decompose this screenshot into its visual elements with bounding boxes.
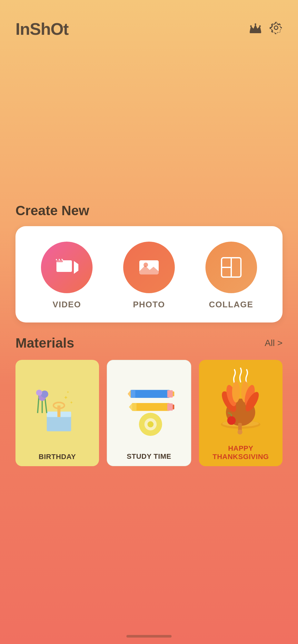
svg-marker-31 [128, 390, 131, 398]
home-indicator [126, 635, 172, 638]
video-icon [54, 255, 80, 280]
hero-area [0, 48, 298, 203]
material-card-thanksgiving[interactable]: HAPPY THANKSGIVING [199, 360, 283, 466]
study-illustration [107, 368, 191, 448]
materials-header: Materials All > [15, 335, 283, 351]
svg-rect-38 [167, 403, 173, 411]
all-materials-link[interactable]: All > [265, 338, 283, 348]
collage-icon [218, 255, 244, 280]
svg-point-1 [255, 23, 256, 25]
svg-rect-18 [57, 406, 60, 417]
material-card-study[interactable]: STUDY TIME [107, 360, 191, 466]
photo-label: PHOTO [133, 300, 165, 310]
svg-rect-29 [131, 390, 170, 398]
svg-point-59 [238, 430, 243, 435]
collage-label: COLLAGE [209, 300, 253, 310]
svg-point-56 [227, 416, 236, 425]
thanksgiving-label: HAPPY THANKSGIVING [199, 440, 283, 466]
svg-point-24 [41, 390, 48, 398]
svg-rect-34 [132, 403, 170, 411]
birthday-label: BIRTHDAY [15, 449, 99, 466]
svg-text:✦: ✦ [69, 400, 73, 405]
svg-point-2 [250, 25, 252, 27]
thanksgiving-svg [213, 365, 268, 436]
create-new-title: Create New [15, 203, 283, 218]
collage-icon-circle [205, 242, 257, 293]
svg-line-8 [59, 259, 60, 260]
app-logo: InShOt [15, 19, 68, 39]
study-time-label: STUDY TIME [107, 448, 191, 466]
video-label: VIDEO [53, 300, 81, 310]
svg-marker-36 [129, 403, 132, 411]
svg-rect-37 [132, 403, 136, 411]
create-new-card: VIDEO PHOTO COLLAGE [15, 226, 283, 322]
materials-title: Materials [15, 335, 74, 351]
birthday-illustration: ✦ ✦ ✦ [15, 368, 99, 449]
materials-section: Materials All > [0, 335, 298, 466]
svg-point-3 [259, 25, 261, 27]
svg-point-41 [147, 421, 154, 428]
header-icons [249, 21, 283, 37]
create-video-item[interactable]: VIDEO [41, 242, 93, 310]
create-collage-item[interactable]: COLLAGE [205, 242, 257, 310]
material-card-birthday[interactable]: ✦ ✦ ✦ BIRTHDAY [15, 360, 99, 466]
svg-text:✦: ✦ [64, 395, 68, 401]
create-new-section: Create New VIDEO [0, 203, 298, 322]
svg-line-9 [62, 259, 63, 260]
settings-icon[interactable] [270, 21, 283, 37]
svg-marker-5 [74, 261, 78, 274]
svg-rect-32 [131, 390, 135, 398]
svg-rect-6 [56, 260, 63, 262]
photo-icon-circle [123, 242, 175, 293]
svg-rect-0 [250, 32, 261, 33]
svg-rect-33 [167, 390, 173, 398]
video-icon-circle [41, 242, 93, 293]
header: InShOt [0, 0, 298, 48]
birthday-svg: ✦ ✦ ✦ [30, 373, 85, 444]
crown-icon[interactable] [249, 22, 262, 36]
create-photo-item[interactable]: PHOTO [123, 242, 175, 310]
study-svg [122, 373, 176, 444]
svg-point-25 [36, 389, 42, 396]
svg-point-52 [232, 381, 240, 402]
svg-text:✦: ✦ [66, 390, 69, 394]
thanksgiving-illustration [199, 360, 283, 440]
materials-grid: ✦ ✦ ✦ BIRTHDAY [15, 360, 283, 466]
photo-icon [136, 255, 162, 280]
